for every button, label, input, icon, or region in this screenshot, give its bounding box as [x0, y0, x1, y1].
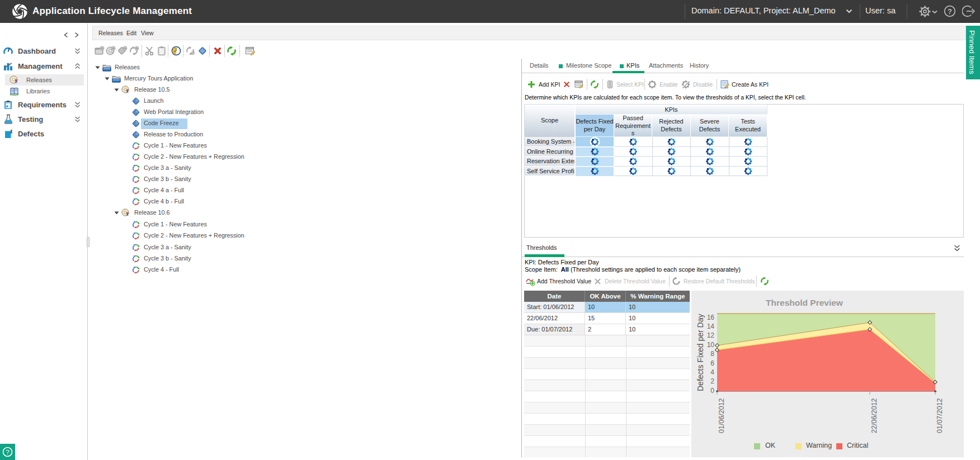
svg-text:?: ? [6, 449, 9, 456]
svg-text:?: ? [948, 7, 952, 16]
